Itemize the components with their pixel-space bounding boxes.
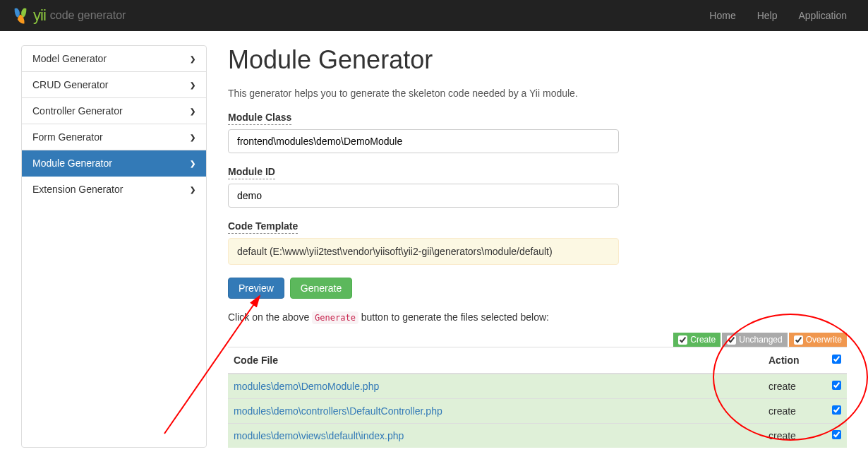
- brand-sub: code generator: [50, 9, 126, 22]
- sidebar-item-label: CRUD Generator: [32, 79, 108, 90]
- table-row: modules\demo\DemoModule.php create: [228, 374, 847, 399]
- legend-unchanged-checkbox[interactable]: [727, 335, 736, 345]
- preview-button[interactable]: Preview: [228, 278, 284, 299]
- chevron-right-icon: ❯: [190, 160, 195, 167]
- files-table: Code File Action modules\demo\DemoModule…: [228, 347, 847, 448]
- sidebar-item-label: Model Generator: [32, 53, 107, 64]
- nav-help[interactable]: Help: [747, 1, 788, 30]
- table-row: modules\demo\views\default\index.php cre…: [228, 424, 847, 448]
- th-codefile: Code File: [228, 347, 763, 374]
- legend-create-checkbox[interactable]: [678, 335, 687, 345]
- sidebar-item-label: Module Generator: [32, 157, 112, 169]
- module-id-input[interactable]: [228, 184, 619, 208]
- legend: Create Unchanged Overwrite: [228, 333, 847, 347]
- row-checkbox[interactable]: [832, 405, 841, 415]
- generate-hint: Click on the above Generate button to ge…: [228, 311, 847, 323]
- module-class-label: Module Class: [228, 112, 291, 125]
- chevron-right-icon: ❯: [190, 107, 195, 115]
- code-template-label: Code Template: [228, 220, 298, 234]
- nav-home[interactable]: Home: [699, 1, 746, 30]
- nav-links: Home Help Application: [699, 1, 857, 30]
- sidebar-item-module[interactable]: Module Generator❯: [22, 150, 206, 177]
- sidebar-item-extension[interactable]: Extension Generator❯: [22, 177, 206, 202]
- legend-create[interactable]: Create: [673, 333, 721, 347]
- page-title: Module Generator: [228, 45, 847, 75]
- sidebar-item-crud[interactable]: CRUD Generator❯: [22, 72, 206, 98]
- main-content: Module Generator This generator helps yo…: [228, 45, 847, 448]
- th-action: Action: [763, 347, 826, 374]
- legend-overwrite[interactable]: Overwrite: [789, 333, 847, 347]
- chevron-right-icon: ❯: [190, 133, 195, 141]
- sidebar: Model Generator❯ CRUD Generator❯ Control…: [21, 45, 207, 448]
- hint-code: Generate: [312, 311, 358, 324]
- chevron-right-icon: ❯: [190, 55, 195, 63]
- row-checkbox[interactable]: [832, 381, 841, 390]
- nav-application[interactable]: Application: [788, 1, 858, 30]
- action-cell: create: [763, 399, 826, 424]
- sidebar-item-label: Controller Generator: [32, 105, 123, 117]
- th-check: [826, 347, 847, 374]
- action-cell: create: [763, 424, 826, 448]
- brand-main: yii: [33, 6, 46, 25]
- yii-logo-icon: [11, 6, 30, 25]
- file-link[interactable]: modules\demo\views\default\index.php: [234, 430, 404, 441]
- navbar: yii code generator Home Help Application: [0, 0, 868, 31]
- brand[interactable]: yii code generator: [11, 0, 126, 31]
- legend-unchanged[interactable]: Unchanged: [722, 333, 787, 347]
- table-row: modules\demo\controllers\DefaultControll…: [228, 399, 847, 424]
- generate-button[interactable]: Generate: [290, 278, 352, 299]
- sidebar-item-controller[interactable]: Controller Generator❯: [22, 98, 206, 124]
- module-id-label: Module ID: [228, 166, 275, 179]
- sidebar-item-model[interactable]: Model Generator❯: [22, 46, 206, 72]
- module-class-input[interactable]: [228, 129, 619, 153]
- action-cell: create: [763, 374, 826, 399]
- check-all[interactable]: [832, 355, 841, 364]
- file-link[interactable]: modules\demo\controllers\DefaultControll…: [234, 405, 442, 417]
- file-link[interactable]: modules\demo\DemoModule.php: [234, 381, 379, 392]
- sidebar-item-label: Extension Generator: [32, 184, 123, 195]
- row-checkbox[interactable]: [832, 430, 841, 439]
- page-subtitle: This generator helps you to generate the…: [228, 88, 847, 99]
- chevron-right-icon: ❯: [190, 186, 195, 194]
- legend-overwrite-checkbox[interactable]: [794, 335, 803, 345]
- sidebar-item-form[interactable]: Form Generator❯: [22, 124, 206, 150]
- code-template-value: default (E:\www\yii2test\vendor\yiisoft\…: [228, 238, 619, 265]
- sidebar-item-label: Form Generator: [32, 131, 103, 143]
- chevron-right-icon: ❯: [190, 81, 195, 89]
